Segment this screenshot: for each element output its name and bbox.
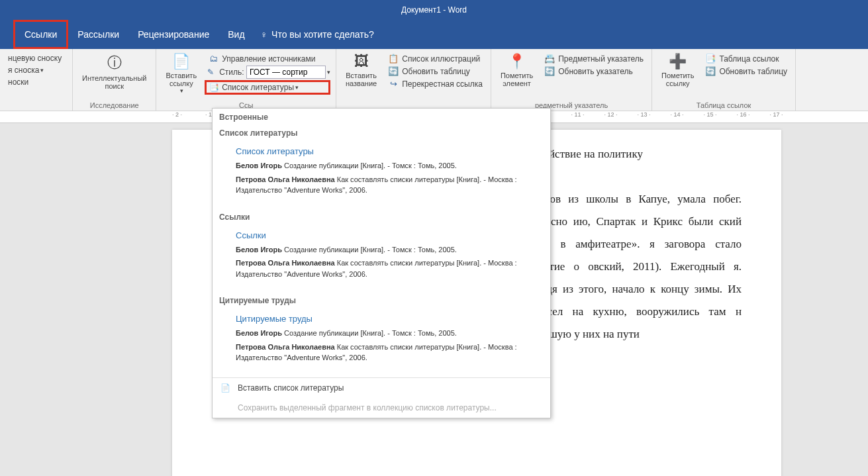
tab-mailings[interactable]: Рассылки (68, 20, 128, 49)
citation-icon: 📄 (172, 53, 190, 70)
mark-index-entry-button[interactable]: 📍 Пометить элемент (497, 52, 537, 89)
preview-entry: Петрова Ольга Николаевна Как составлять … (236, 342, 538, 363)
mark-entry-icon: 📍 (508, 53, 526, 70)
bibliography-dropdown: Встроенные Список литературы Список лите… (212, 108, 551, 418)
dropdown-section-heading: Цитируемые труды (213, 293, 550, 309)
style-icon: ✎ (205, 68, 217, 77)
insert-toa-button[interactable]: 📑Таблица ссылок (702, 53, 790, 64)
mark-citation-icon: ➕ (669, 53, 687, 70)
insert-caption-button[interactable]: 🖼 Вставить название (342, 52, 381, 89)
citation-style-selector[interactable]: ✎ Стиль: ▾ (205, 66, 330, 79)
table-of-figures-button[interactable]: 📋Список иллюстраций (385, 53, 485, 64)
group-label-research: Исследование (78, 100, 150, 111)
sources-icon: 🗂 (207, 54, 219, 64)
lightbulb-icon: ♀ (261, 29, 268, 40)
group-research: ⓘ Интеллектуальный поиск Исследование (73, 49, 156, 111)
tab-references[interactable]: Ссылки (13, 20, 68, 49)
tell-me-search[interactable]: ♀ Что вы хотите сделать? (261, 20, 374, 49)
dropdown-section-heading: Ссылки (213, 210, 550, 226)
preview-title: Ссылки (236, 230, 538, 240)
preview-entry: Белов Игорь Создание публикации [Книга].… (236, 244, 538, 256)
chevron-down-icon: ▾ (327, 69, 330, 75)
insert-citation-button[interactable]: 📄 Вставить ссылку▾ (162, 52, 201, 95)
insert-index-button[interactable]: 📇Предметный указатель (541, 53, 646, 64)
insert-endnote-button[interactable]: нцевую сноску (5, 53, 64, 64)
preview-entry: Белов Игорь Создание публикации [Книга].… (236, 160, 538, 171)
ribbon-tabs: Ссылки Рассылки Рецензирование Вид ♀ Что… (0, 20, 868, 49)
insert-icon: 📄 (220, 383, 234, 393)
refresh-icon: 🔄 (544, 66, 555, 76)
bibliography-option-bibliography[interactable]: Список литературы Белов Игорь Создание п… (232, 142, 541, 203)
bibliography-option-works-cited[interactable]: Цитируемые труды Белов Игорь Создание пу… (232, 309, 541, 371)
preview-entry: Петрова Ольга Николаевна Как составлять … (236, 258, 538, 279)
cross-reference-button[interactable]: ↪Перекрестная ссылка (385, 78, 485, 89)
crossref-icon: ↪ (387, 79, 399, 89)
save-selection-item: Сохранить выделенный фрагмент в коллекци… (213, 398, 550, 418)
group-index: 📍 Пометить элемент 📇Предметный указатель… (491, 49, 652, 111)
title-bar: Документ1 - Word (0, 0, 868, 20)
bibliography-option-references[interactable]: Ссылки Белов Игорь Создание публикации [… (232, 226, 541, 287)
group-footnotes: нцевую сноску я сноска▾ носки (0, 49, 73, 111)
refresh-icon: 🔄 (387, 66, 399, 76)
group-citations: 📄 Вставить ссылку▾ 🗂 Управление источник… (156, 49, 336, 111)
bibliography-button[interactable]: 📑 Список литературы ▾ (205, 80, 330, 95)
dropdown-section-heading: Список литературы (213, 126, 550, 142)
group-captions: 🖼 Вставить название 📋Список иллюстраций … (336, 49, 491, 111)
ribbon: нцевую сноску я сноска▾ носки ⓘ Интеллек… (0, 49, 868, 111)
mark-citation-button[interactable]: ➕ Пометить ссылку (657, 52, 698, 89)
window-title: Документ1 - Word (401, 5, 467, 15)
toa-icon: 📑 (704, 54, 716, 64)
update-index-button[interactable]: 🔄Обновить указатель (541, 66, 646, 77)
preview-title: Список литературы (236, 146, 538, 156)
update-toa-button[interactable]: 🔄Обновить таблицу (702, 66, 790, 77)
bibliography-icon: 📑 (209, 83, 219, 92)
insert-bibliography-item[interactable]: 📄 Вставить список литературы (213, 378, 550, 398)
tab-view[interactable]: Вид (218, 20, 254, 49)
dropdown-builtin-header: Встроенные (213, 109, 550, 126)
tab-review[interactable]: Рецензирование (128, 20, 218, 49)
chevron-down-icon: ▾ (295, 84, 299, 91)
update-table-button[interactable]: 🔄Обновить таблицу (385, 66, 485, 77)
refresh-icon: 🔄 (704, 66, 716, 76)
group-label-toa: Таблица ссылок (657, 100, 790, 111)
next-footnote-button[interactable]: я сноска▾ (5, 65, 64, 75)
show-notes-button[interactable]: носки (5, 77, 64, 87)
smart-lookup-button[interactable]: ⓘ Интеллектуальный поиск (78, 52, 150, 91)
preview-entry: Белов Игорь Создание публикации [Книга].… (236, 328, 538, 339)
caption-icon: 🖼 (354, 53, 369, 70)
list-icon: 📋 (387, 54, 399, 64)
info-icon: ⓘ (107, 53, 122, 73)
group-toa: ➕ Пометить ссылку 📑Таблица ссылок 🔄Обнов… (652, 49, 796, 111)
citation-style-input[interactable] (246, 66, 326, 79)
preview-entry: Петрова Ольга Николаевна Как составлять … (236, 174, 538, 196)
chevron-down-icon: ▾ (180, 87, 183, 94)
dropdown-footer: 📄 Вставить список литературы Сохранить в… (213, 377, 550, 418)
chevron-down-icon: ▾ (40, 67, 44, 73)
preview-title: Цитируемые труды (236, 314, 538, 324)
index-icon: 📇 (544, 54, 555, 64)
manage-sources-button[interactable]: 🗂 Управление источниками (205, 53, 330, 64)
